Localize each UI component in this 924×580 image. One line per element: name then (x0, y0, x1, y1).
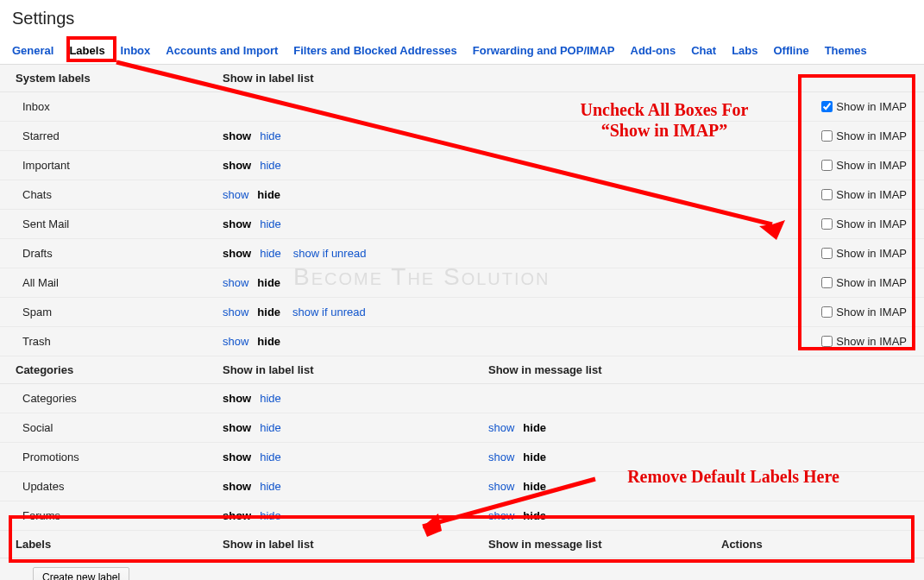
label-name: Chats (12, 188, 223, 201)
categories-header: Categories Show in label list Show in me… (0, 356, 924, 384)
show-toggle[interactable]: show (223, 129, 251, 142)
tab-filters-and-blocked-addresses[interactable]: Filters and Blocked Addresses (293, 44, 457, 57)
tab-themes[interactable]: Themes (825, 44, 867, 57)
show-in-imap-label: Show in IMAP (836, 276, 907, 289)
hide-toggle[interactable]: hide (260, 247, 281, 260)
system-labels-title: System labels (12, 72, 223, 85)
show-toggle[interactable]: show (223, 451, 251, 463)
settings-tabs: GeneralLabelsInboxAccounts and ImportFil… (0, 37, 924, 65)
show-in-imap-label: Show in IMAP (836, 306, 907, 318)
hide-toggle[interactable]: hide (260, 509, 281, 522)
hide-toggle[interactable]: hide (257, 188, 280, 201)
col-show-in-message-list: Show in message list (488, 538, 721, 551)
show-toggle[interactable]: show (223, 306, 248, 318)
show-if-unread-toggle[interactable]: show if unread (293, 247, 367, 260)
page-title: Settings (12, 9, 924, 28)
show-toggle[interactable]: show (223, 159, 251, 172)
label-name: Trash (12, 335, 223, 348)
show-in-imap-label: Show in IMAP (836, 247, 907, 260)
show-toggle[interactable]: show (223, 392, 251, 405)
label-name: Important (12, 159, 223, 172)
hide-toggle[interactable]: hide (260, 392, 281, 405)
show-in-imap-checkbox[interactable] (821, 277, 833, 288)
show-in-imap-checkbox[interactable] (821, 336, 833, 347)
hide-toggle[interactable]: hide (257, 306, 280, 318)
show-in-imap-label: Show in IMAP (836, 218, 907, 230)
tab-labels[interactable]: Labels (69, 44, 104, 57)
label-name: Forums (12, 509, 223, 522)
msg-show-toggle[interactable]: show (488, 509, 514, 522)
msg-show-toggle[interactable]: show (488, 480, 514, 493)
show-in-imap-label: Show in IMAP (836, 335, 907, 348)
show-in-imap-checkbox[interactable] (821, 248, 833, 259)
system-row: Sent Mail showhide Show in IMAP (0, 210, 924, 239)
col-show-in-label-list: Show in label list (223, 363, 488, 376)
show-toggle[interactable]: show (223, 247, 251, 260)
show-toggle[interactable]: show (223, 276, 248, 289)
label-name: Sent Mail (12, 218, 223, 230)
tab-chat[interactable]: Chat (691, 44, 716, 57)
hide-toggle[interactable]: hide (260, 159, 281, 172)
watermark: Become The Solution (293, 263, 550, 291)
hide-toggle[interactable]: hide (260, 129, 281, 142)
tab-inbox[interactable]: Inbox (121, 44, 151, 57)
show-toggle[interactable]: show (223, 509, 251, 522)
show-toggle[interactable]: show (223, 480, 251, 493)
hide-toggle[interactable]: hide (257, 276, 280, 289)
category-row: Social showhide showhide (0, 413, 924, 443)
tab-forwarding-and-pop-imap[interactable]: Forwarding and POP/IMAP (473, 44, 615, 57)
tab-add-ons[interactable]: Add-ons (631, 44, 676, 57)
show-in-imap-checkbox[interactable] (821, 189, 833, 200)
show-in-imap-label: Show in IMAP (836, 159, 907, 172)
show-if-unread-toggle[interactable]: show if unread (292, 306, 366, 318)
label-name: Spam (12, 306, 223, 318)
show-in-imap-label: Show in IMAP (836, 188, 907, 201)
tab-offline[interactable]: Offline (773, 44, 808, 57)
label-name: Starred (12, 129, 223, 142)
hide-toggle[interactable]: hide (260, 218, 281, 230)
system-row: Starred showhide Show in IMAP (0, 122, 924, 151)
show-in-imap-checkbox[interactable] (821, 130, 833, 142)
show-in-imap-checkbox[interactable] (821, 306, 833, 318)
category-row: Categories showhide (0, 384, 924, 413)
categories-title: Categories (12, 363, 223, 376)
msg-show-toggle[interactable]: show (488, 421, 514, 434)
show-in-imap-label: Show in IMAP (836, 100, 907, 113)
tab-accounts-and-import[interactable]: Accounts and Import (166, 44, 278, 57)
tab-labs[interactable]: Labs (732, 44, 757, 57)
label-name: Drafts (12, 247, 223, 260)
system-labels-header: System labels Show in label list (0, 65, 924, 92)
hide-toggle[interactable]: hide (260, 421, 281, 434)
col-actions: Actions (721, 538, 859, 551)
label-name: Social (12, 421, 223, 434)
create-new-label-button[interactable]: Create new label (33, 567, 129, 580)
hide-toggle[interactable]: hide (257, 335, 280, 348)
hide-toggle[interactable]: hide (260, 451, 281, 463)
system-row: Trash showhide Show in IMAP (0, 327, 924, 356)
msg-hide-toggle[interactable]: hide (523, 421, 546, 434)
msg-hide-toggle[interactable]: hide (523, 509, 546, 522)
show-in-imap-checkbox[interactable] (821, 101, 833, 112)
hide-toggle[interactable]: hide (260, 480, 281, 493)
category-row: Updates showhide showhide (0, 472, 924, 501)
col-show-in-label-list: Show in label list (223, 538, 488, 551)
show-toggle[interactable]: show (223, 335, 248, 348)
show-in-imap-checkbox[interactable] (821, 218, 833, 230)
show-toggle[interactable]: show (223, 188, 248, 201)
label-name: Promotions (12, 451, 223, 463)
tab-general[interactable]: General (12, 44, 53, 57)
show-in-imap-label: Show in IMAP (836, 129, 907, 142)
msg-hide-toggle[interactable]: hide (523, 480, 546, 493)
system-row: Spam showhideshow if unread Show in IMAP (0, 298, 924, 327)
system-row: Inbox Show in IMAP (0, 92, 924, 122)
show-toggle[interactable]: show (223, 421, 251, 434)
show-toggle[interactable]: show (223, 218, 251, 230)
label-name: Categories (12, 392, 223, 405)
msg-hide-toggle[interactable]: hide (523, 451, 546, 463)
label-name: Updates (12, 480, 223, 493)
label-name: All Mail (12, 276, 223, 289)
col-show-in-label-list: Show in label list (223, 72, 488, 85)
msg-show-toggle[interactable]: show (488, 451, 514, 463)
show-in-imap-checkbox[interactable] (821, 160, 833, 171)
system-row: Chats showhide Show in IMAP (0, 180, 924, 210)
